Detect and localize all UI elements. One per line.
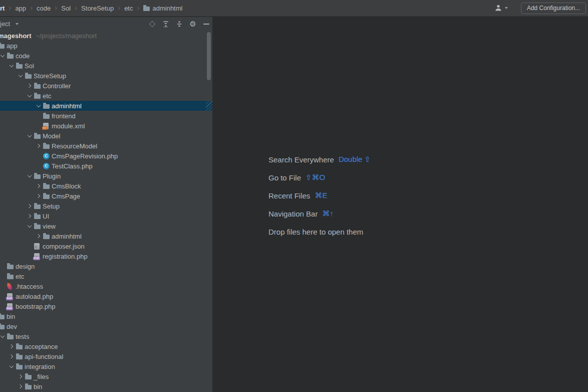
chevron-down-icon[interactable] [7,361,16,371]
breadcrumb-item-code[interactable]: code [37,5,51,12]
tree-item-label: module.xml [52,122,85,130]
tree-item-ui[interactable]: UI [0,211,213,221]
chevron-right-icon[interactable] [7,351,16,361]
tree-item-storesetup[interactable]: StoreSetup [0,71,213,81]
tree-item-dev[interactable]: dev [0,321,213,331]
tree-item-label: composer.json [43,243,85,250]
tree-item-adminhtml[interactable]: adminhtml [0,101,213,111]
add-configuration-button[interactable]: Add Configuration... [521,3,586,14]
chevron-down-icon [16,23,19,25]
tree-item-model[interactable]: Model [0,131,213,141]
tree-item-bin[interactable]: bin [0,381,213,391]
chevron-right-icon[interactable] [34,141,43,151]
breadcrumb-item-adminhtml[interactable]: adminhtml [143,5,182,12]
chevron-right-icon[interactable] [16,381,25,391]
chevron-right-icon[interactable] [16,371,25,381]
tree-item-app[interactable]: app [0,41,213,51]
tree-item-tests[interactable]: tests [0,331,213,341]
shortcut-hints: Search EverywhereDouble ⇧Go to File⇧⌘ORe… [268,150,371,241]
tree-item-iconbox [34,81,43,91]
tree-item-label: _files [34,373,49,380]
tree-item-label: CmsPage [52,192,80,200]
tree-item-setup[interactable]: Setup [0,201,213,211]
chevron-right-icon[interactable] [34,191,43,201]
tree-item-label: StoreSetup [34,72,66,80]
hide-panel-icon[interactable] [202,20,210,28]
folder-icon [7,335,14,339]
chevron-down-icon[interactable] [16,71,25,81]
tree-item-label: integration [25,363,55,370]
folder-icon [34,134,41,139]
tree-item-adminhtml[interactable]: adminhtml [0,231,213,241]
breadcrumb-item-rt[interactable]: rt [0,5,5,12]
breadcrumb-item-etc[interactable]: etc [124,5,133,12]
tree-item-design[interactable]: design [0,261,213,271]
tree-item-plugin[interactable]: Plugin [0,171,213,181]
tree-item-bin[interactable]: bin [0,311,213,321]
project-tree: mageshort~/projects/mageshortappcodeSolS… [0,31,213,391]
tree-item-acceptance[interactable]: acceptance [0,341,213,351]
tree-item-label: app [7,42,18,50]
tree-item-mageshort[interactable]: mageshort~/projects/mageshort [0,31,213,41]
tree-item-cmspagerevision-php[interactable]: CCmsPageRevision.php [0,151,213,161]
tree-item-cmspage[interactable]: CmsPage [0,191,213,201]
tree-item-label: design [16,263,35,270]
tree-item-module-xml[interactable]: <>module.xml [0,121,213,131]
chevron-down-icon[interactable] [25,91,34,101]
chevron-down-icon[interactable] [34,101,43,111]
tree-item-registration-php[interactable]: PHPregistration.php [0,251,213,261]
chevron-down-icon[interactable] [7,61,16,71]
tree-item-label: Plugin [43,172,61,180]
folder-icon [34,94,41,99]
collapse-all-icon[interactable] [175,20,183,28]
tree-item-view[interactable]: view [0,221,213,231]
chevron-down-icon[interactable] [0,331,7,341]
chevron-right-icon[interactable] [25,211,34,221]
breadcrumb-item-sol[interactable]: Sol [61,5,71,12]
tree-item-etc[interactable]: etc [0,271,213,281]
chevron-right-icon[interactable] [34,231,43,241]
chevron-right-icon[interactable] [25,81,34,91]
folder-icon [16,355,23,359]
breadcrumb-item-storesetup[interactable]: StoreSetup [81,5,114,12]
tree-item-iconbox [0,311,7,321]
breadcrumb-item-app[interactable]: app [15,5,26,12]
vertical-scrollbar[interactable] [207,32,211,80]
tree-item-cmsblock[interactable]: CmsBlock [0,181,213,191]
tree-item-integration[interactable]: integration [0,361,213,371]
project-view-selector[interactable]: ject [0,20,19,28]
tree-item-controller[interactable]: Controller [0,81,213,91]
project-panel-title: ject [0,20,10,28]
chevron-right-icon[interactable] [34,181,43,191]
tree-item-files[interactable]: _files [0,371,213,381]
htaccess-file-icon [7,283,12,290]
tree-item-bootstrap-php[interactable]: PHPbootstrap.php [0,301,213,311]
chevron-down-icon[interactable] [25,131,34,141]
tree-item-composer-json[interactable]: ♪composer.json [0,241,213,251]
chevron-down-icon[interactable] [25,221,34,231]
tree-item-frontend[interactable]: frontend [0,111,213,121]
tree-item-resourcemodel[interactable]: ResourceModel [0,141,213,151]
arrow-spacer [0,281,7,291]
tree-item-api-functional[interactable]: api-functional [0,351,213,361]
gear-icon[interactable]: ⚙ [189,20,197,28]
tree-item-htaccess[interactable]: .htaccess [0,281,213,291]
tree-item-etc[interactable]: etc [0,91,213,101]
user-profile-button[interactable] [494,4,508,12]
tree-item-iconbox [7,51,16,61]
tree-item-label: Controller [43,82,71,90]
arrow-spacer [0,271,7,281]
chevron-down-icon[interactable] [0,51,7,61]
tree-item-testclass-php[interactable]: CTestClass.php [0,161,213,171]
tree-item-sol[interactable]: Sol [0,61,213,71]
chevron-right-icon[interactable] [25,201,34,211]
expand-all-icon[interactable] [162,20,170,28]
folder-icon [43,184,50,189]
tree-item-iconbox [25,71,34,81]
chevron-down-icon[interactable] [25,171,34,181]
locate-target-icon[interactable] [148,20,156,28]
tree-item-autoload-php[interactable]: PHPautoload.php [0,291,213,301]
tree-item-code[interactable]: code [0,51,213,61]
chevron-right-icon[interactable] [7,341,16,351]
php-file-icon: PHP [7,293,13,300]
